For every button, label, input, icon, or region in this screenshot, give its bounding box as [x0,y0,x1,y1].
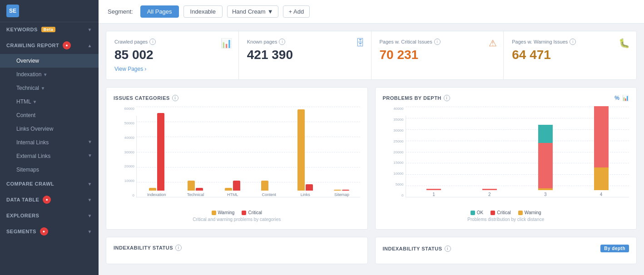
chevron-icon: ▼ [43,72,48,77]
html-label: HTML [16,98,31,105]
critical-dot [490,211,495,215]
sidebar-item-internal-links[interactable]: Internal Links ▼ [0,136,99,149]
bar-group-indexation: Indexation [147,113,166,197]
by-depth-button[interactable]: By depth [600,245,629,252]
sidebar-item-data-table[interactable]: DATA TABLE ● ▼ [0,191,99,208]
warning-dot [518,211,523,215]
main-content: Segment: All Pages Indexable Hand Cream … [99,0,644,275]
info-icon[interactable]: i [570,39,576,45]
critical-segment [482,189,497,190]
issues-chart-title: ISSUES CATEGORIES i [114,95,360,101]
warning-segment [594,167,609,190]
internal-links-label: Internal Links [16,139,49,146]
dropdown-chevron-icon: ▼ [268,8,273,15]
chevron-icon: ▼ [88,197,92,202]
content-label: Content [16,112,35,118]
depth-chart-area: 0 5000 10000 15000 20000 25000 30000 350… [383,107,629,222]
all-pages-button[interactable]: All Pages [140,5,179,18]
critical-label: Critical [497,210,511,215]
problems-by-depth-chart: PROBLEMS BY DEPTH i % 📊 0 5000 10000 150… [375,87,637,230]
sidebar-item-compare-crawl[interactable]: COMPARE CRAWL ▼ [0,177,99,191]
indexability-left-title: INDEXABILITY STATUS i [114,245,360,251]
sidebar-item-content[interactable]: Content [0,108,99,122]
issues-chart-area: 0 10000 20000 30000 40000 50000 60000 [114,107,360,222]
bar-group-sitemap: Sitemap [334,190,349,197]
warning-issues-value: 64 471 [512,48,628,62]
info-icon[interactable]: i [279,39,285,45]
sidebar-item-links-overview[interactable]: Links Overview [0,122,99,136]
critical-segment [426,189,441,190]
ok-label: OK [477,210,483,215]
sidebar-item-explorers[interactable]: EXPLORERS ▼ [0,208,99,223]
warning-bar [188,181,195,191]
warning-dot [212,211,216,215]
data-table-badge: ● [43,196,51,204]
charts-row: ISSUES CATEGORIES i 0 10000 20000 30000 … [106,87,637,230]
bar-label-indexation: Indexation [147,192,166,197]
info-icon[interactable]: i [175,245,182,251]
chevron-icon: ▼ [88,153,92,159]
issues-categories-chart: ISSUES CATEGORIES i 0 10000 20000 30000 … [106,87,368,230]
sidebar-item-technical[interactable]: Technical ▼ [0,81,99,95]
info-icon[interactable]: i [434,39,441,45]
indexability-left-card: INDEXABILITY STATUS i [106,237,368,264]
info-icon[interactable]: i [445,246,451,252]
sidebar-item-html[interactable]: HTML ▼ [0,95,99,108]
sidebar: SE KEYWORDS Beta ▼ CRAWLING REPORT ● ▲ O… [0,0,99,275]
critical-issues-card: Pages w. Critical Issues i 70 231 ⚠ [372,31,504,79]
depth-bar-3: 3 [538,125,553,197]
ok-segment [538,125,553,143]
segments-label: SEGMENTS [6,229,36,234]
view-pages-link[interactable]: View Pages › [114,66,230,72]
percent-icon[interactable]: % [614,95,619,101]
issues-chart-subtitle: Critical and warning problems by categor… [114,217,360,222]
critical-bar [233,181,240,191]
chart-type-icon[interactable]: 📊 [622,95,629,101]
legend-critical: Critical [242,210,262,215]
depth-label-3: 3 [544,192,547,197]
warning-triangle-icon: ⚠ [489,38,497,49]
crawled-pages-title: Crawled pages i [114,39,230,45]
bar-label-links: Links [301,192,310,197]
legend-warning: Warning [518,210,541,215]
info-icon[interactable]: i [172,95,178,101]
sitemaps-label: Sitemaps [16,167,39,173]
add-segment-button[interactable]: + Add [283,5,310,18]
depth-bar-1: 1 [426,189,441,197]
depth-bar-2: 2 [482,189,497,197]
sidebar-item-keywords[interactable]: KEYWORDS Beta ▼ [0,22,99,37]
indexable-button[interactable]: Indexable [183,5,223,18]
depth-chart-subtitle: Problems distribution by click distance [383,217,629,222]
bar-label-content: Content [262,192,277,197]
sidebar-item-crawling-report[interactable]: CRAWLING REPORT ● ▲ [0,37,99,54]
bar-label-technical: Technical [187,192,204,197]
overview-label: Overview [16,58,39,64]
info-icon[interactable]: i [444,95,450,101]
legend-ok: OK [471,210,483,215]
sidebar-item-sitemaps[interactable]: Sitemaps [0,163,99,177]
info-icon[interactable]: i [149,39,156,45]
critical-bar [157,113,164,191]
stats-cards: Crawled pages i 85 002 View Pages › 📊 Kn… [106,31,637,80]
known-pages-card: Known pages i 421 390 🗄 [239,31,372,79]
known-pages-value: 421 390 [247,48,363,62]
compare-crawl-label: COMPARE CRAWL [6,181,54,187]
warning-bar [261,181,268,191]
beta-badge: Beta [41,27,56,32]
warning-bar [297,109,305,191]
explorers-label: EXPLORERS [6,213,39,218]
chevron-icon: ▼ [88,27,92,32]
critical-issues-title: Pages w. Critical Issues i [380,39,495,45]
sidebar-item-indexation[interactable]: Indexation ▼ [0,68,99,81]
sidebar-item-external-links[interactable]: External Links ▼ [0,149,99,163]
segment-bar: Segment: All Pages Indexable Hand Cream … [99,0,644,24]
sidebar-item-overview[interactable]: Overview [0,54,99,68]
sidebar-logo: SE [0,0,99,22]
sidebar-item-segments[interactable]: SEGMENTS ● ▼ [0,223,99,240]
bar-group-content: Content [261,181,277,197]
chevron-icon: ▲ [88,43,92,48]
links-overview-label: Links Overview [16,126,53,132]
hand-cream-dropdown[interactable]: Hand Cream ▼ [227,5,278,18]
chevron-icon: ▼ [40,86,45,91]
depth-label-2: 2 [488,192,491,197]
